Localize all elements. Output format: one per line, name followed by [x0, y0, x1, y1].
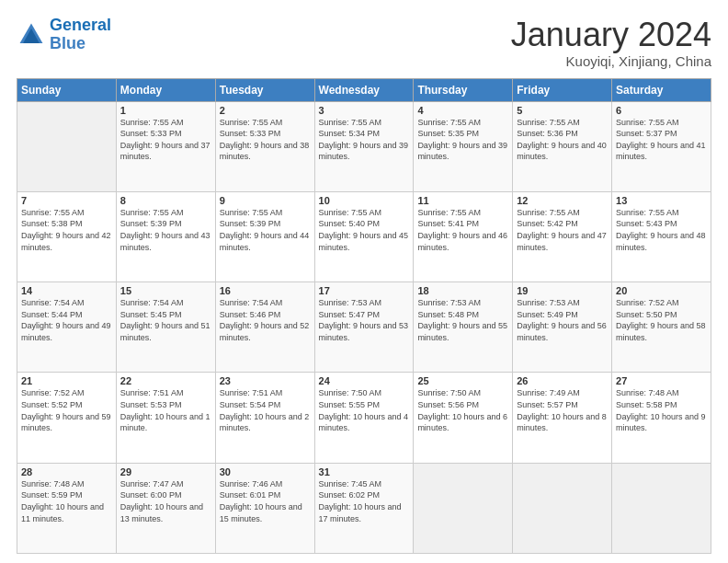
- calendar-day-cell: 1Sunrise: 7:55 AMSunset: 5:33 PMDaylight…: [116, 101, 215, 191]
- day-number: 19: [517, 285, 608, 296]
- day-info: Sunrise: 7:46 AMSunset: 6:01 PMDaylight:…: [220, 478, 311, 524]
- calendar-day-cell: 20Sunrise: 7:52 AMSunset: 5:50 PMDayligh…: [612, 282, 711, 373]
- calendar-day-cell: 2Sunrise: 7:55 AMSunset: 5:33 PMDaylight…: [215, 101, 314, 191]
- calendar-header-cell: Wednesday: [314, 78, 414, 101]
- calendar-day-cell: 25Sunrise: 7:50 AMSunset: 5:56 PMDayligh…: [414, 373, 513, 463]
- day-info: Sunrise: 7:55 AMSunset: 5:42 PMDaylight:…: [517, 207, 608, 253]
- calendar-day-cell: 31Sunrise: 7:45 AMSunset: 6:02 PMDayligh…: [314, 463, 414, 553]
- calendar-day-cell: 28Sunrise: 7:48 AMSunset: 5:59 PMDayligh…: [17, 463, 117, 553]
- day-info: Sunrise: 7:55 AMSunset: 5:36 PMDaylight:…: [517, 117, 608, 163]
- day-info: Sunrise: 7:55 AMSunset: 5:33 PMDaylight:…: [220, 117, 311, 163]
- calendar-day-cell: 30Sunrise: 7:46 AMSunset: 6:01 PMDayligh…: [215, 463, 314, 553]
- calendar-day-cell: 26Sunrise: 7:49 AMSunset: 5:57 PMDayligh…: [513, 373, 612, 463]
- day-info: Sunrise: 7:50 AMSunset: 5:55 PMDaylight:…: [319, 387, 410, 433]
- subtitle: Kuoyiqi, Xinjiang, China: [511, 53, 711, 69]
- day-number: 21: [21, 375, 112, 386]
- day-number: 12: [517, 195, 608, 206]
- day-number: 22: [120, 375, 211, 386]
- calendar-day-cell: 29Sunrise: 7:47 AMSunset: 6:00 PMDayligh…: [116, 463, 215, 553]
- day-number: 4: [417, 105, 508, 116]
- calendar-day-cell: 4Sunrise: 7:55 AMSunset: 5:35 PMDaylight…: [414, 101, 513, 191]
- day-info: Sunrise: 7:55 AMSunset: 5:39 PMDaylight:…: [120, 207, 211, 253]
- calendar-day-cell: 24Sunrise: 7:50 AMSunset: 5:55 PMDayligh…: [314, 373, 414, 463]
- main-title: January 2024: [511, 17, 711, 53]
- calendar-header-cell: Saturday: [612, 78, 711, 101]
- calendar-day-cell: 13Sunrise: 7:55 AMSunset: 5:43 PMDayligh…: [612, 191, 711, 282]
- day-number: 11: [417, 195, 508, 206]
- calendar-day-cell: 16Sunrise: 7:54 AMSunset: 5:46 PMDayligh…: [215, 282, 314, 373]
- day-info: Sunrise: 7:52 AMSunset: 5:52 PMDaylight:…: [21, 387, 112, 433]
- day-number: 27: [616, 375, 707, 386]
- calendar-header-cell: Friday: [513, 78, 612, 101]
- calendar-day-cell: 5Sunrise: 7:55 AMSunset: 5:36 PMDaylight…: [513, 101, 612, 191]
- logo: General Blue: [17, 17, 111, 53]
- day-info: Sunrise: 7:55 AMSunset: 5:33 PMDaylight:…: [120, 117, 211, 163]
- day-info: Sunrise: 7:47 AMSunset: 6:00 PMDaylight:…: [120, 478, 211, 524]
- day-info: Sunrise: 7:45 AMSunset: 6:02 PMDaylight:…: [319, 478, 410, 524]
- day-info: Sunrise: 7:51 AMSunset: 5:53 PMDaylight:…: [120, 387, 211, 433]
- day-number: 2: [220, 105, 311, 116]
- day-info: Sunrise: 7:54 AMSunset: 5:44 PMDaylight:…: [21, 297, 112, 343]
- calendar-day-cell: 8Sunrise: 7:55 AMSunset: 5:39 PMDaylight…: [116, 191, 215, 282]
- day-info: Sunrise: 7:53 AMSunset: 5:48 PMDaylight:…: [417, 297, 508, 343]
- day-number: 8: [120, 195, 211, 206]
- logo-icon: [17, 20, 46, 50]
- day-number: 3: [319, 105, 410, 116]
- day-number: 14: [21, 285, 112, 296]
- day-number: 5: [517, 105, 608, 116]
- day-number: 29: [120, 466, 211, 477]
- calendar-day-cell: 17Sunrise: 7:53 AMSunset: 5:47 PMDayligh…: [314, 282, 414, 373]
- day-info: Sunrise: 7:54 AMSunset: 5:46 PMDaylight:…: [220, 297, 311, 343]
- day-number: 17: [319, 285, 410, 296]
- calendar-day-cell: 11Sunrise: 7:55 AMSunset: 5:41 PMDayligh…: [414, 191, 513, 282]
- day-info: Sunrise: 7:54 AMSunset: 5:45 PMDaylight:…: [120, 297, 211, 343]
- day-info: Sunrise: 7:52 AMSunset: 5:50 PMDaylight:…: [616, 297, 707, 343]
- day-number: 25: [417, 375, 508, 386]
- day-info: Sunrise: 7:55 AMSunset: 5:37 PMDaylight:…: [616, 117, 707, 163]
- header-row: SundayMondayTuesdayWednesdayThursdayFrid…: [17, 78, 711, 101]
- day-number: 18: [417, 285, 508, 296]
- calendar-day-cell: 9Sunrise: 7:55 AMSunset: 5:39 PMDaylight…: [215, 191, 314, 282]
- calendar-header-cell: Thursday: [414, 78, 513, 101]
- day-number: 31: [319, 466, 410, 477]
- logo-text: General Blue: [50, 17, 111, 53]
- calendar-header: SundayMondayTuesdayWednesdayThursdayFrid…: [17, 78, 711, 101]
- day-info: Sunrise: 7:55 AMSunset: 5:39 PMDaylight:…: [220, 207, 311, 253]
- day-number: 13: [616, 195, 707, 206]
- day-number: 23: [220, 375, 311, 386]
- day-number: 28: [21, 466, 112, 477]
- day-number: 15: [120, 285, 211, 296]
- day-number: 1: [120, 105, 211, 116]
- day-info: Sunrise: 7:49 AMSunset: 5:57 PMDaylight:…: [517, 387, 608, 433]
- day-number: 6: [616, 105, 707, 116]
- day-info: Sunrise: 7:51 AMSunset: 5:54 PMDaylight:…: [220, 387, 311, 433]
- calendar-table: SundayMondayTuesdayWednesdayThursdayFrid…: [17, 78, 711, 554]
- day-info: Sunrise: 7:55 AMSunset: 5:35 PMDaylight:…: [417, 117, 508, 163]
- calendar-day-cell: 15Sunrise: 7:54 AMSunset: 5:45 PMDayligh…: [116, 282, 215, 373]
- day-info: Sunrise: 7:55 AMSunset: 5:40 PMDaylight:…: [319, 207, 410, 253]
- day-info: Sunrise: 7:55 AMSunset: 5:38 PMDaylight:…: [21, 207, 112, 253]
- header: General Blue January 2024 Kuoyiqi, Xinji…: [17, 17, 711, 69]
- calendar-week-row: 1Sunrise: 7:55 AMSunset: 5:33 PMDaylight…: [17, 101, 711, 191]
- day-number: 24: [319, 375, 410, 386]
- calendar-week-row: 28Sunrise: 7:48 AMSunset: 5:59 PMDayligh…: [17, 463, 711, 553]
- day-number: 16: [220, 285, 311, 296]
- calendar-day-cell: [612, 463, 711, 553]
- calendar-header-cell: Sunday: [17, 78, 117, 101]
- day-number: 20: [616, 285, 707, 296]
- title-block: January 2024 Kuoyiqi, Xinjiang, China: [511, 17, 711, 69]
- calendar-week-row: 7Sunrise: 7:55 AMSunset: 5:38 PMDaylight…: [17, 191, 711, 282]
- calendar-day-cell: 14Sunrise: 7:54 AMSunset: 5:44 PMDayligh…: [17, 282, 117, 373]
- calendar-day-cell: 27Sunrise: 7:48 AMSunset: 5:58 PMDayligh…: [612, 373, 711, 463]
- calendar-day-cell: 21Sunrise: 7:52 AMSunset: 5:52 PMDayligh…: [17, 373, 117, 463]
- calendar-day-cell: 3Sunrise: 7:55 AMSunset: 5:34 PMDaylight…: [314, 101, 414, 191]
- day-number: 26: [517, 375, 608, 386]
- day-number: 7: [21, 195, 112, 206]
- calendar-week-row: 21Sunrise: 7:52 AMSunset: 5:52 PMDayligh…: [17, 373, 711, 463]
- calendar-header-cell: Monday: [116, 78, 215, 101]
- day-info: Sunrise: 7:50 AMSunset: 5:56 PMDaylight:…: [417, 387, 508, 433]
- calendar-week-row: 14Sunrise: 7:54 AMSunset: 5:44 PMDayligh…: [17, 282, 711, 373]
- day-info: Sunrise: 7:55 AMSunset: 5:41 PMDaylight:…: [417, 207, 508, 253]
- calendar-header-cell: Tuesday: [215, 78, 314, 101]
- calendar-day-cell: 23Sunrise: 7:51 AMSunset: 5:54 PMDayligh…: [215, 373, 314, 463]
